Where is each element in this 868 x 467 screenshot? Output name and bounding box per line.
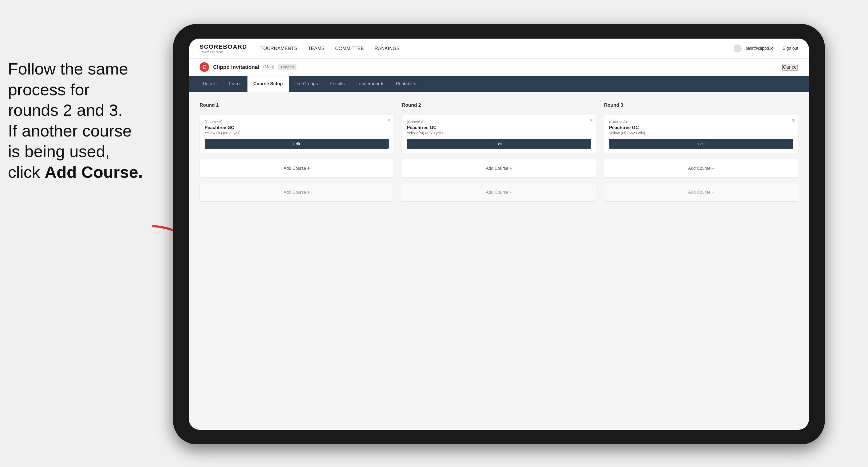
- round-3-header: Round 3: [604, 102, 798, 108]
- nav-separator: |: [778, 46, 779, 51]
- round-3-add-course-1-text: Add Course +: [688, 166, 714, 171]
- tab-details[interactable]: Details: [197, 76, 222, 92]
- round-3-course-card: (Course A) Peachtree GC Yellow (M) (6629…: [604, 115, 798, 154]
- round-1-course-label: (Course A): [205, 120, 389, 124]
- tournament-gender: (Men): [263, 65, 274, 69]
- nav-left: SCOREBOARD Powered by clippd TOURNAMENTS…: [199, 43, 400, 54]
- breadcrumb-left: C Clippd Invitational (Men) Hosting: [199, 62, 297, 72]
- tabs-bar: Details Teams Course Setup Tee Groups Re…: [189, 76, 809, 92]
- round-1-column: Round 1 (Course A) Peachtree GC Yellow (…: [199, 102, 394, 202]
- tab-results[interactable]: Results: [323, 76, 350, 92]
- tab-printables[interactable]: Printables: [390, 76, 422, 92]
- brand-letter: C: [203, 64, 206, 70]
- tab-tee-groups[interactable]: Tee Groups: [289, 76, 324, 92]
- tab-teams[interactable]: Teams: [222, 76, 247, 92]
- round-1-header: Round 1: [199, 102, 394, 108]
- round-3-course-name: Peachtree GC: [609, 125, 793, 130]
- tablet-screen: SCOREBOARD Powered by clippd TOURNAMENTS…: [189, 39, 809, 430]
- round-2-header: Round 2: [402, 102, 596, 108]
- main-content: Round 1 (Course A) Peachtree GC Yellow (…: [189, 92, 809, 430]
- rounds-grid: Round 1 (Course A) Peachtree GC Yellow (…: [199, 102, 798, 202]
- round-2-delete-button[interactable]: ✕: [589, 118, 593, 123]
- nav-rankings[interactable]: RANKINGS: [375, 46, 400, 51]
- nav-committee[interactable]: COMMITTEE: [335, 46, 364, 51]
- round-1-add-course-1[interactable]: Add Course +: [199, 159, 394, 178]
- tournament-name: Clippd Invitational: [213, 64, 259, 70]
- round-3-column: Round 3 (Course A) Peachtree GC Yellow (…: [604, 102, 798, 202]
- round-2-course-card-wrapper: (Course A) Peachtree GC Yellow (M) (6629…: [402, 115, 596, 154]
- round-3-edit-button[interactable]: Edit: [609, 139, 793, 149]
- round-2-course-name: Peachtree GC: [407, 125, 591, 130]
- brand-icon: C: [199, 62, 209, 72]
- logo-title: SCOREBOARD: [199, 43, 247, 50]
- round-3-course-label: (Course A): [609, 120, 793, 124]
- round-1-course-details: Yellow (M) (6629 yds): [205, 131, 389, 135]
- round-3-delete-button[interactable]: ✕: [792, 118, 795, 123]
- round-1-add-course-1-text: Add Course +: [284, 166, 310, 171]
- nav-items: TOURNAMENTS TEAMS COMMITTEE RANKINGS: [260, 46, 400, 51]
- round-1-course-name: Peachtree GC: [205, 125, 389, 130]
- round-1-course-card: (Course A) Peachtree GC Yellow (M) (6629…: [199, 115, 394, 154]
- round-1-add-course-2: Add Course +: [199, 183, 394, 202]
- tablet-device: SCOREBOARD Powered by clippd TOURNAMENTS…: [173, 24, 825, 444]
- round-1-edit-button[interactable]: Edit: [205, 139, 389, 149]
- round-3-add-course-1[interactable]: Add Course +: [604, 159, 798, 178]
- round-2-course-card: (Course A) Peachtree GC Yellow (M) (6629…: [402, 115, 596, 154]
- round-2-column: Round 2 (Course A) Peachtree GC Yellow (…: [402, 102, 596, 202]
- round-2-course-label: (Course A): [407, 120, 591, 124]
- instruction-panel: Follow the same process for rounds 2 and…: [0, 59, 165, 182]
- tab-course-setup[interactable]: Course Setup: [247, 76, 289, 92]
- round-3-course-card-wrapper: (Course A) Peachtree GC Yellow (M) (6629…: [604, 115, 798, 154]
- instruction-bold: Add Course.: [45, 163, 143, 181]
- instruction-text: Follow the same process for rounds 2 and…: [8, 60, 143, 181]
- round-1-delete-button[interactable]: ✕: [387, 118, 391, 123]
- breadcrumb-bar: C Clippd Invitational (Men) Hosting Canc…: [189, 59, 809, 76]
- nav-tournaments[interactable]: TOURNAMENTS: [260, 46, 298, 51]
- round-3-course-details: Yellow (M) (6629 yds): [609, 131, 793, 135]
- cancel-button[interactable]: Cancel: [782, 64, 798, 70]
- round-3-add-course-2-text: Add Course +: [688, 190, 714, 195]
- sign-out-link[interactable]: Sign out: [783, 46, 798, 51]
- round-1-add-course-2-text: Add Course +: [284, 190, 310, 195]
- top-navigation: SCOREBOARD Powered by clippd TOURNAMENTS…: [189, 39, 809, 59]
- round-1-course-card-wrapper: (Course A) Peachtree GC Yellow (M) (6629…: [199, 115, 394, 154]
- round-2-add-course-1-text: Add Course +: [486, 166, 512, 171]
- round-2-add-course-1[interactable]: Add Course +: [402, 159, 596, 178]
- round-2-edit-button[interactable]: Edit: [407, 139, 591, 149]
- round-2-add-course-2-text: Add Course +: [486, 190, 512, 195]
- nav-teams[interactable]: TEAMS: [308, 46, 324, 51]
- round-3-add-course-2: Add Course +: [604, 183, 798, 202]
- logo-subtitle: Powered by clippd: [199, 50, 247, 54]
- tab-leaderboards[interactable]: Leaderboards: [350, 76, 390, 92]
- nav-right: blair@clippd.io | Sign out: [734, 44, 798, 53]
- round-2-add-course-2: Add Course +: [402, 183, 596, 202]
- scoreboard-logo: SCOREBOARD Powered by clippd: [199, 43, 247, 54]
- hosting-badge: Hosting: [278, 64, 296, 70]
- user-avatar: [734, 44, 742, 53]
- round-2-course-details: Yellow (M) (6629 yds): [407, 131, 591, 135]
- user-email: blair@clippd.io: [746, 46, 774, 51]
